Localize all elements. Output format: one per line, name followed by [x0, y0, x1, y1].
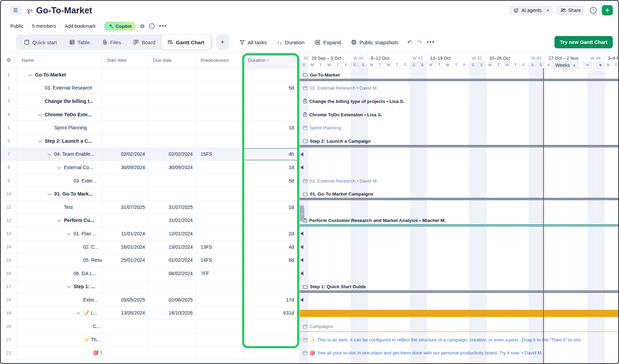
filter-button[interactable]: All tasks — [239, 39, 267, 45]
table-row[interactable]: 21✨Th... — [1, 333, 300, 347]
cell-duration[interactable] — [243, 280, 300, 293]
column-header-name[interactable]: Name — [17, 52, 102, 68]
info-icon[interactable]: i — [149, 23, 155, 29]
column-settings-gear-icon[interactable]: ⚙ — [1, 52, 17, 68]
timescale-dropdown[interactable]: Weeks ▾ — [551, 61, 579, 70]
table-row[interactable]: 203. External Research5d — [1, 82, 300, 95]
tab-gantt-chart[interactable]: Gantt Chart — [161, 35, 211, 50]
cell-predecessors[interactable] — [196, 82, 243, 95]
cell-name[interactable]: 06. GA L... — [17, 267, 102, 280]
column-header-predecessors[interactable]: Predecessors — [196, 52, 243, 68]
cell-start-date[interactable] — [102, 134, 149, 148]
ai-agents-button[interactable]: AI agents ▾ — [509, 5, 553, 15]
help-button[interactable]: ? — [588, 5, 598, 15]
offscreen-task-marker-icon[interactable] — [300, 165, 303, 169]
undo-icon[interactable]: ↶ — [407, 39, 412, 46]
cell-name[interactable]: Exter... — [17, 293, 102, 306]
cell-duration[interactable]: 4h — [243, 148, 300, 161]
cell-predecessors[interactable] — [196, 320, 243, 333]
cell-due-date[interactable] — [149, 68, 196, 81]
cell-duration[interactable]: 631d — [243, 307, 300, 320]
cell-name[interactable]: C... — [17, 320, 102, 333]
cell-start-date[interactable] — [102, 82, 149, 95]
table-row[interactable]: 17Step 1: ... — [1, 280, 300, 294]
table-row[interactable]: 22🎯S... — [1, 346, 300, 360]
gantt-task-bar[interactable] — [300, 310, 618, 317]
cell-start-date[interactable] — [102, 320, 149, 333]
collapse-caret-icon[interactable] — [38, 139, 42, 142]
cell-predecessors[interactable]: 7FF — [196, 267, 243, 280]
cell-name[interactable]: 📝L... — [17, 307, 102, 320]
cell-name[interactable]: Go-To-Market — [17, 68, 102, 81]
cell-due-date[interactable] — [149, 333, 196, 346]
cell-predecessors[interactable]: 14FS — [196, 254, 243, 267]
cell-name[interactable]: Step 2: Launch a C... — [17, 134, 102, 148]
gantt-task-label[interactable]: Sprint Planning — [303, 121, 618, 134]
cell-start-date[interactable] — [102, 121, 149, 134]
project-summary-bar[interactable] — [300, 145, 618, 147]
collapse-caret-icon[interactable] — [47, 191, 51, 195]
gantt-task-label[interactable]: Chrome ToDo Extension • Lisa S. — [303, 108, 618, 121]
collapse-caret-icon[interactable] — [76, 310, 80, 314]
copilot-button[interactable]: Copilot — [104, 22, 136, 31]
gantt-task-label[interactable]: Change the billing type of projects • Li… — [303, 95, 618, 108]
collapse-caret-icon[interactable] — [28, 72, 32, 76]
cell-duration[interactable] — [243, 267, 300, 280]
cell-due-date[interactable] — [149, 121, 196, 134]
tab-files[interactable]: Files — [96, 34, 127, 50]
cell-predecessors[interactable] — [196, 214, 243, 227]
cell-predecessors[interactable] — [196, 108, 243, 121]
cell-due-date[interactable]: 08/02/2024 — [149, 267, 196, 280]
table-row[interactable]: 11Test31/07/202531/07/20251d — [1, 201, 300, 214]
cell-name[interactable]: Change the billing t... — [17, 95, 102, 108]
cell-start-date[interactable] — [102, 214, 149, 227]
cell-duration[interactable]: 6d — [243, 254, 300, 267]
gantt-task-label[interactable]: 03. External Research • David M. — [303, 82, 618, 95]
cell-name[interactable]: 02. C... — [17, 240, 102, 254]
create-plus-button[interactable]: + — [602, 5, 613, 15]
table-row[interactable]: 12Perform Cu...31/01/2024 — [1, 214, 300, 227]
offscreen-task-marker-icon[interactable] — [300, 152, 303, 156]
collapse-caret-icon[interactable] — [57, 165, 61, 169]
cell-start-date[interactable] — [102, 95, 149, 108]
members-link[interactable]: 5 members — [32, 23, 56, 29]
table-row[interactable]: 704. Team Enable...02/02/202402/02/20241… — [1, 148, 300, 161]
cell-start-date[interactable] — [102, 280, 149, 293]
cell-predecessors[interactable]: 15FS — [196, 148, 243, 161]
cell-start-date[interactable]: 25/01/2024 — [102, 254, 149, 267]
cell-start-date[interactable]: 16/01/2024 — [102, 240, 149, 254]
collapse-caret-icon[interactable] — [47, 152, 51, 155]
cell-start-date[interactable]: 13/05/2024 — [102, 307, 149, 320]
tab-quick-start[interactable]: Quick start — [18, 34, 63, 50]
tab-board[interactable]: Board — [127, 34, 161, 50]
collapse-caret-icon[interactable] — [67, 284, 70, 288]
cell-predecessors[interactable] — [196, 346, 243, 359]
cell-predecessors[interactable]: 13FS — [196, 240, 243, 254]
table-row[interactable]: 18Exter...09/05/202502/06/202517d — [1, 293, 300, 307]
hamburger-menu-icon[interactable]: ☰ — [10, 5, 21, 15]
cell-due-date[interactable] — [149, 280, 196, 293]
collapse-caret-icon[interactable] — [38, 112, 42, 116]
share-button[interactable]: Share — [556, 5, 585, 15]
gantt-task-label[interactable]: ✨This is an item. It can be configured t… — [303, 333, 618, 347]
cell-predecessors[interactable] — [196, 68, 243, 81]
table-row[interactable]: 8External Co...30/09/202430/09/20241d — [1, 161, 300, 174]
cell-name[interactable]: 03. Exter... — [17, 174, 102, 187]
offscreen-task-marker-icon[interactable] — [300, 245, 303, 249]
collapse-caret-icon[interactable] — [57, 218, 61, 222]
zoom-in-button[interactable]: + — [596, 61, 605, 70]
cell-due-date[interactable]: 16/10/2026 — [149, 307, 196, 320]
cell-name[interactable]: Sprint Planning — [17, 121, 102, 134]
cell-duration[interactable]: 5d — [243, 174, 300, 187]
cell-name[interactable]: 01. Go-To Mark... — [17, 187, 102, 200]
cell-start-date[interactable] — [102, 333, 149, 346]
cell-predecessors[interactable] — [196, 95, 243, 108]
cell-due-date[interactable]: 12/01/2024 — [149, 227, 196, 240]
cell-name[interactable]: 04. Team Enable... — [17, 148, 102, 161]
cell-predecessors[interactable] — [196, 227, 243, 240]
cell-start-date[interactable] — [102, 174, 149, 187]
cell-due-date[interactable] — [149, 134, 196, 148]
expand-button[interactable]: Expand — [315, 39, 341, 45]
cell-duration[interactable]: 5d — [243, 82, 300, 95]
table-row[interactable]: 4Chrome ToDo Exte... — [1, 108, 300, 121]
